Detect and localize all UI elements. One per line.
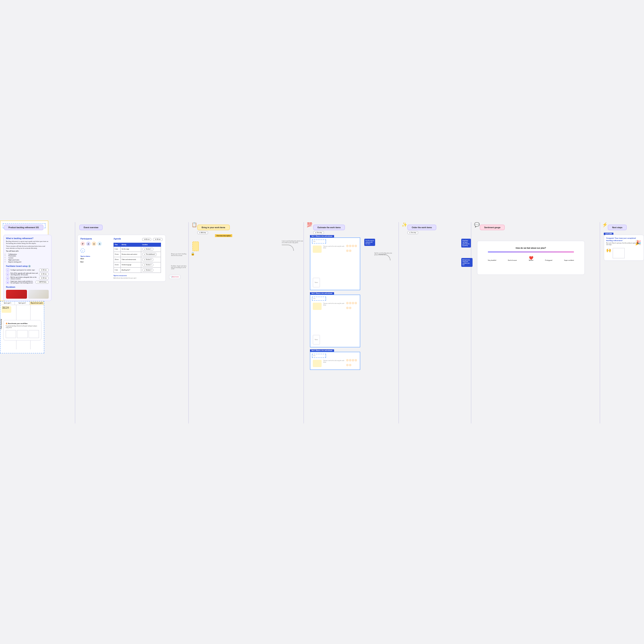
what-body: Backlog refinement is a great way to gui… [6, 241, 49, 244]
avatar-add[interactable]: + [80, 248, 85, 253]
lock-icon: 🔒 [191, 252, 195, 256]
clipboard-icon: 📋 [192, 222, 197, 227]
agenda-loc-5[interactable]: ⊙ Section 4 [142, 268, 153, 272]
event-panel: Participants P A A A + Sprint dates Star… [77, 235, 166, 282]
chat-icon: 💬 [474, 222, 480, 227]
what-heading: What is backlog refinement? [6, 237, 49, 239]
next-steps-panel: Congrats! Your team just completed backl… [604, 235, 644, 261]
setup-step-2: 2Kick off the agenda with right-side tim… [6, 272, 49, 276]
estimate-callout-2: Split the set of backlog items into grou… [374, 253, 394, 256]
gauge-label-1: Very doubtful [488, 260, 496, 261]
rundown-heading: Rundown [6, 286, 49, 288]
accel-card-2[interactable] [17, 330, 27, 338]
next-step-card[interactable] [613, 248, 625, 258]
accelerate-panel: 🔥 Accelerate your workflow Try pairing b… [3, 320, 41, 341]
gauge-label-4: Pretty good [545, 260, 552, 261]
rundown-preview-1[interactable] [6, 290, 27, 299]
sprint-resources-note: Add relevant documentation for your spri… [114, 277, 163, 279]
set1-title[interactable]: Title [312, 239, 326, 244]
gauge-callout: Anonymously share how confident you feel [461, 258, 473, 267]
agenda-loc-1[interactable]: ⊙ Section 1 [142, 248, 153, 251]
gauge-question: How do we feel about our plan? [481, 247, 581, 249]
gauge-label-2: Kind of unsure [508, 260, 517, 261]
agenda-timer-1[interactable]: ⏱ 40 min [142, 238, 152, 241]
estimate-callout-1: Listen to each backlog item pitch & vote… [282, 241, 304, 244]
outcomes-heading: You will leave with: [6, 250, 49, 252]
section-header-event: Event overview [79, 225, 103, 230]
outcomes-list: Collaboration Prioritization Context Rig… [6, 254, 49, 263]
set-1-label: Set 1 - Discuss, size, and estimate [310, 235, 334, 237]
section-header-101: Product backlog refinement 101 [4, 225, 43, 230]
col-sprint-2: Sprint goal 2 [15, 301, 29, 305]
setup-step-3: 3Edit the sprint dates alongside links t… [6, 277, 49, 280]
accel-card-1[interactable] [6, 330, 16, 338]
sprint-start-label: Start: [80, 258, 109, 260]
yellow-drag-area[interactable] [192, 242, 199, 251]
agenda-table: TimeActivityLocation 5 minSet the stage⊙… [114, 243, 161, 273]
notes-card[interactable]: Notes [313, 278, 320, 287]
bring-callout-2: Facilitator: Import work items from your… [171, 266, 189, 270]
setup-btn-3[interactable]: ⏱ 40 min [39, 277, 49, 280]
estimate-set-3[interactable]: Title Choose a size for this task using … [310, 352, 360, 370]
arrow-1 [282, 245, 294, 251]
story-card[interactable] [313, 246, 322, 253]
col-sprint-1: Sprint goal 1 [0, 301, 15, 305]
order-see-step-button[interactable]: ⊕ See step [407, 231, 418, 234]
sparkle-icon: ✨ [402, 222, 407, 227]
people-icon: 🙌 [606, 248, 611, 258]
avatar-3[interactable]: A [92, 242, 96, 246]
bring-callout-1: Bring in your team's backlog items for t… [171, 254, 189, 256]
size-chip[interactable] [346, 245, 349, 247]
estimate-see-step-button[interactable]: ⊕ See step [313, 231, 324, 234]
accel-card-3[interactable] [29, 330, 39, 338]
rundown-preview-2[interactable] [28, 290, 49, 299]
avatar-2[interactable]: A [86, 242, 91, 246]
accel-title: 🔥 Accelerate your workflow [6, 322, 39, 324]
estimate-blue-card: Use this area to estimate with the team [364, 239, 375, 246]
session-help: These sessions will help the team unders… [6, 246, 49, 249]
order-callout: Drag them into sprint goal columns by pr… [461, 239, 471, 248]
estimate-set-1[interactable]: Title Choose a size for this task using … [310, 237, 360, 290]
sprint-end-label: End: [80, 261, 109, 263]
section-header-estimate: Estimate the work items [313, 225, 345, 230]
sprint-resources-heading: Sprint resources [114, 275, 163, 277]
intro-panel: What is backlog refinement? Backlog refi… [3, 235, 52, 301]
set-2-label: Set 2 - Discuss, size, and estimate [310, 292, 334, 295]
avatar-1[interactable]: P [80, 242, 85, 246]
section-header-gauge: Sentiment gauge [480, 225, 505, 230]
setup-btn-1[interactable]: ⏱ 40 min [39, 268, 49, 272]
overview-tag: Overview description [215, 234, 232, 237]
setup-btn-2[interactable]: ⏱ 40 min [39, 272, 49, 276]
participants-heading: Participants [80, 237, 109, 240]
priority-axis-label: Order of priority [0, 319, 2, 329]
gauge-label-5: Super confident [564, 260, 574, 261]
facilitator-heading: Facilitator board setup ⚙️ [6, 265, 49, 267]
agenda-heading: Agenda [114, 237, 140, 240]
setup-btn-4[interactable]: ⇩ IMPORT ALL [35, 281, 49, 284]
agenda-loc-4[interactable]: ⊙ Section 4 [142, 263, 153, 266]
col-beyond: Beyond next sprint [30, 301, 44, 305]
setup-step-4: 4Import your teams work activities to th… [6, 281, 49, 284]
section-header-next: Next steps [608, 225, 627, 230]
hundred-icon: 💯 [307, 222, 312, 227]
setup-step-1: 1Configure participants for realistic in… [6, 268, 49, 272]
bring-add-step-button[interactable]: ⊕ Add step [197, 231, 208, 234]
heart-icon[interactable]: ❤️ [529, 256, 533, 260]
set-3-label: Set 3 - Discuss, size, and estimate [310, 349, 334, 352]
party-icon: 🎉 [635, 240, 641, 246]
section-header-order: Order the work items [407, 225, 436, 230]
avatar-4[interactable]: A [97, 242, 102, 246]
accel-sub: Try pairing backlog refinement with grea… [6, 325, 39, 328]
bolt-icon: ⚡ [602, 222, 608, 227]
sprint-dates-heading: Sprint dates [80, 255, 109, 257]
attachment-chip[interactable]: 📎 Attachments [169, 275, 180, 279]
sentiment-panel: How do we feel about our plan? ❤️ Very d… [477, 241, 585, 275]
agenda-timer-2[interactable]: ⏱ 40 min [153, 238, 163, 241]
section-header-bring: Bring in your work items [197, 225, 230, 230]
agenda-loc-3[interactable]: ⊙ Section 3 [142, 258, 153, 261]
agenda-loc-2[interactable]: ⊙ This dashboard [142, 253, 157, 256]
estimate-set-2[interactable]: Title Choose a size for this task using … [310, 295, 360, 347]
gauge-line[interactable] [488, 252, 574, 252]
sprint-card[interactable]: Sprint #4 user dashboard V2 [2, 306, 11, 313]
